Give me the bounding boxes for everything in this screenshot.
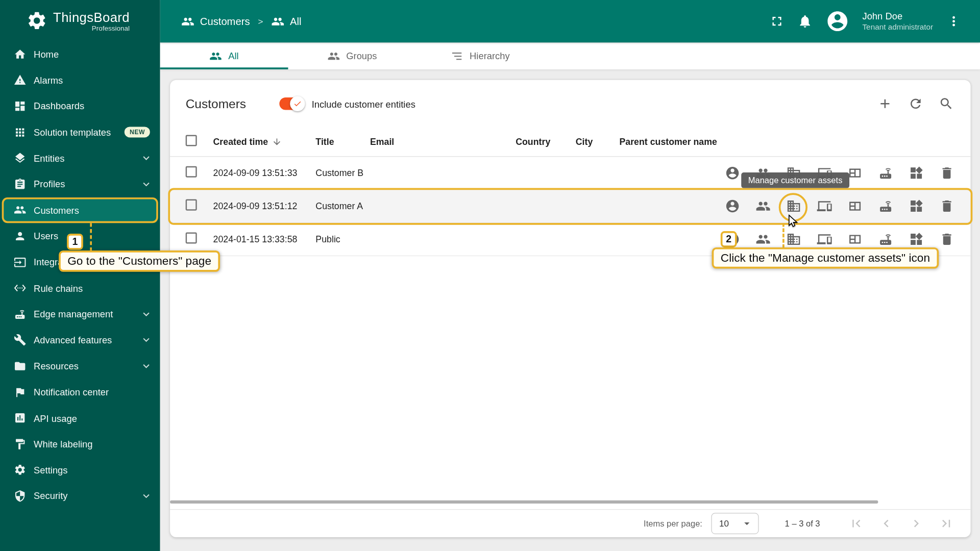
table-row-customer-b[interactable]: 2024-09-09 13:51:33 Customer B [170, 157, 971, 190]
sidebar-item-advanced-features[interactable]: Advanced features [0, 327, 160, 353]
customers-table-card: Customers Include customer entities [170, 80, 971, 537]
manage-customer-devices-button[interactable] [817, 165, 831, 180]
cell-created-time: 2024-01-15 13:33:58 [213, 233, 316, 245]
manage-customer-edge-instances-button[interactable] [878, 232, 893, 246]
manage-customer-user-groups-button[interactable] [755, 198, 770, 213]
manage-customer-user-groups-button[interactable] [755, 232, 770, 246]
sidebar-item-settings[interactable]: Settings [0, 457, 160, 483]
delete-customer-button[interactable] [939, 165, 954, 180]
user-menu-button[interactable] [946, 14, 961, 29]
manage-customer-user-groups-button[interactable] [755, 165, 770, 180]
horizontal-scrollbar[interactable] [170, 500, 878, 504]
customers-icon [181, 15, 194, 28]
sidebar-item-label: Edge management [34, 309, 113, 319]
chevron-down-icon [140, 360, 152, 372]
row-actions [725, 165, 953, 180]
cell-title: Customer A [315, 200, 370, 212]
table-row-customer-a[interactable]: 2024-09-09 13:51:12 Customer A [170, 190, 971, 223]
row-checkbox[interactable] [186, 199, 197, 210]
gear-icon [14, 464, 26, 476]
manage-customer-edge-instances-button[interactable] [878, 165, 893, 180]
logo-text: ThingsBoard Professional [53, 10, 130, 32]
sidebar-item-home[interactable]: Home [0, 41, 160, 67]
column-header-country[interactable]: Country [516, 136, 576, 148]
row-checkbox[interactable] [186, 166, 197, 177]
sidebar-item-notification-center[interactable]: Notification center [0, 379, 160, 405]
sidebar-item-edge-management[interactable]: Edge management [0, 301, 160, 327]
tab-hierarchy[interactable]: Hierarchy [416, 42, 545, 69]
table-toolbar: Customers Include customer entities [170, 80, 971, 128]
sidebar-item-white-labeling[interactable]: White labeling [0, 431, 160, 457]
manage-customer-edge-instances-button[interactable] [878, 198, 893, 213]
widgets-icon [909, 198, 923, 213]
manage-customer-assets-button[interactable] [786, 198, 801, 213]
row-checkbox[interactable] [186, 232, 197, 243]
breadcrumb-customers[interactable]: Customers [181, 15, 250, 28]
breadcrumb-all[interactable]: All [271, 15, 301, 28]
apps-grid-icon [14, 126, 26, 138]
sidebar-item-security[interactable]: Security [0, 483, 160, 509]
items-per-page-select[interactable]: 10 [711, 513, 758, 534]
notifications-button[interactable] [797, 14, 812, 29]
sidebar-item-solution-templates[interactable]: Solution templatesNEW [0, 119, 160, 145]
manage-customer-entity-views-button[interactable] [847, 165, 862, 180]
add-customer-button[interactable] [877, 96, 892, 111]
first-page-button[interactable] [849, 516, 864, 531]
building-icon [786, 165, 801, 180]
select-all-checkbox[interactable] [186, 135, 197, 146]
user-avatar[interactable] [825, 9, 849, 33]
sidebar-item-label: Settings [34, 465, 67, 475]
manage-customer-devices-button[interactable] [817, 232, 831, 246]
manage-customer-dashboards-button[interactable] [909, 198, 923, 213]
sidebar-item-rule-chains[interactable]: Rule chains [0, 275, 160, 301]
sidebar-item-label: Solution templates [34, 127, 111, 138]
fullscreen-button[interactable] [769, 14, 784, 29]
row-actions [725, 198, 953, 213]
manage-customer-users-button[interactable] [725, 198, 740, 213]
users-icon [14, 230, 26, 242]
sidebar-item-users[interactable]: Users [0, 223, 160, 249]
sidebar-item-dashboards[interactable]: Dashboards [0, 93, 160, 119]
manage-customer-users-button[interactable] [725, 165, 740, 180]
manage-customer-entity-views-button[interactable] [847, 232, 862, 246]
manage-customer-users-button[interactable] [725, 232, 740, 246]
sidebar-item-customers[interactable]: Customers [2, 197, 158, 223]
tab-groups[interactable]: Groups [288, 42, 416, 69]
manage-customer-assets-button[interactable] [786, 232, 801, 246]
sidebar-item-resources[interactable]: Resources [0, 353, 160, 379]
sidebar-item-entities[interactable]: Entities [0, 145, 160, 171]
entities-icon [14, 152, 26, 164]
include-customer-entities-toggle[interactable] [279, 97, 303, 110]
sidebar-item-alarms[interactable]: Alarms [0, 67, 160, 93]
table-row-public[interactable]: 2024-01-15 13:33:58 Public [170, 223, 971, 256]
manage-customer-assets-button[interactable] [786, 165, 801, 180]
thingsboard-logo[interactable]: ThingsBoard Professional [0, 0, 160, 41]
next-page-button[interactable] [909, 516, 923, 531]
manage-customer-dashboards-button[interactable] [909, 232, 923, 246]
delete-customer-button[interactable] [939, 232, 954, 246]
home-icon [14, 48, 26, 60]
group-icon [755, 165, 770, 180]
column-header-city[interactable]: City [576, 136, 620, 148]
sidebar-item-label: Profiles [34, 179, 65, 190]
last-page-button[interactable] [939, 516, 953, 531]
manage-customer-devices-button[interactable] [817, 198, 831, 213]
refresh-button[interactable] [908, 96, 923, 111]
column-header-title[interactable]: Title [315, 136, 370, 148]
manage-customer-entity-views-button[interactable] [847, 198, 862, 213]
sidebar-item-label: White labeling [34, 439, 92, 449]
search-button[interactable] [939, 96, 953, 111]
manage-customer-dashboards-button[interactable] [909, 165, 923, 180]
sidebar-item-api-usage[interactable]: API usage [0, 405, 160, 431]
sidebar-item-integrations[interactable]: Integrations [0, 249, 160, 275]
tab-all[interactable]: All [160, 42, 288, 69]
chevron-down-icon [140, 178, 152, 190]
delete-customer-button[interactable] [939, 198, 954, 213]
sidebar-item-label: Security [34, 491, 67, 502]
column-header-email[interactable]: Email [370, 136, 516, 148]
previous-page-button[interactable] [879, 516, 894, 531]
column-header-created-time[interactable]: Created time [213, 136, 316, 148]
column-header-parent-customer[interactable]: Parent customer name [619, 136, 725, 148]
sidebar-item-profiles[interactable]: Profiles [0, 171, 160, 197]
sidebar-item-label: API usage [34, 413, 77, 423]
